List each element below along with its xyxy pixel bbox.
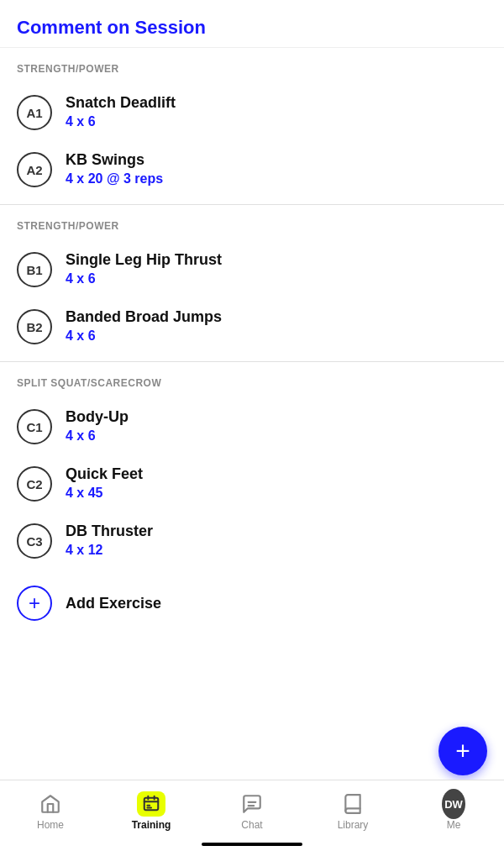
- content: STRENGTH/POWERA1Snatch Deadlift4 x 6A2KB…: [0, 48, 504, 722]
- exercise-item[interactable]: B2Banded Broad Jumps4 x 6: [17, 297, 487, 355]
- exercise-badge: B1: [17, 252, 52, 287]
- exercise-badge: A1: [17, 95, 52, 130]
- exercise-info: DB Thruster4 x 12: [66, 522, 153, 558]
- fab-add-button[interactable]: +: [438, 727, 487, 775]
- exercise-item[interactable]: C3DB Thruster4 x 12: [17, 512, 487, 569]
- section-label-section-a: STRENGTH/POWER: [17, 48, 487, 83]
- avatar-initials: DW: [444, 798, 463, 811]
- exercise-detail: 4 x 6: [66, 271, 222, 286]
- header: Comment on Session: [0, 0, 504, 48]
- me-avatar: DW: [442, 792, 465, 816]
- exercise-detail: 4 x 6: [66, 114, 176, 129]
- exercise-badge: A2: [17, 152, 52, 187]
- exercise-info: Banded Broad Jumps4 x 6: [66, 307, 222, 344]
- exercise-info: KB Swings4 x 20 @ 3 reps: [66, 150, 163, 186]
- exercise-name: KB Swings: [66, 150, 163, 170]
- training-label: Training: [132, 819, 171, 831]
- nav-item-library[interactable]: Library: [302, 785, 403, 838]
- exercise-info: Single Leg Hip Thrust4 x 6: [66, 250, 222, 286]
- home-icon: [39, 792, 62, 816]
- exercise-name: Banded Broad Jumps: [66, 307, 222, 327]
- exercise-detail: 4 x 6: [66, 328, 222, 344]
- page-title: Comment on Session: [17, 17, 206, 38]
- exercise-info: Snatch Deadlift4 x 6: [66, 93, 176, 129]
- exercise-badge: C2: [17, 466, 52, 502]
- nav-item-home[interactable]: Home: [0, 785, 101, 838]
- exercise-name: Single Leg Hip Thrust: [66, 250, 222, 270]
- exercise-item[interactable]: C2Quick Feet4 x 45: [17, 454, 487, 512]
- section-label-section-b: STRENGTH/POWER: [17, 205, 487, 240]
- chat-label: Chat: [241, 819, 262, 831]
- section-section-a: STRENGTH/POWERA1Snatch Deadlift4 x 6A2KB…: [0, 48, 504, 197]
- section-label-section-c: SPLIT SQUAT/SCARECROW: [17, 362, 487, 397]
- home-indicator: [202, 843, 302, 846]
- exercise-detail: 4 x 6: [66, 428, 129, 444]
- exercise-item[interactable]: A2KB Swings4 x 20 @ 3 reps: [17, 140, 487, 197]
- chat-icon: [240, 792, 264, 816]
- fab-plus-icon: +: [455, 737, 470, 765]
- home-label: Home: [37, 819, 64, 831]
- add-exercise-row[interactable]: +Add Exercise: [0, 569, 504, 638]
- exercise-info: Body-Up4 x 6: [66, 407, 129, 444]
- exercise-item[interactable]: A1Snatch Deadlift4 x 6: [17, 83, 487, 140]
- section-section-b: STRENGTH/POWERB1Single Leg Hip Thrust4 x…: [0, 205, 504, 355]
- exercise-name: DB Thruster: [66, 522, 153, 541]
- exercise-info: Quick Feet4 x 45: [66, 465, 143, 501]
- me-label: Me: [447, 819, 461, 831]
- nav-item-training[interactable]: Training: [101, 785, 202, 838]
- exercise-name: Quick Feet: [66, 465, 143, 484]
- exercise-detail: 4 x 20 @ 3 reps: [66, 171, 163, 186]
- exercise-item[interactable]: C1Body-Up4 x 6: [17, 397, 487, 454]
- exercise-badge: B2: [17, 309, 52, 344]
- add-exercise-label: Add Exercise: [66, 595, 161, 612]
- nav-item-me[interactable]: DW Me: [403, 785, 504, 838]
- exercise-detail: 4 x 12: [66, 543, 153, 558]
- training-icon: [139, 792, 163, 816]
- exercise-badge: C1: [17, 409, 52, 444]
- exercise-badge: C3: [17, 523, 52, 559]
- library-icon: [341, 792, 365, 816]
- nav-item-chat[interactable]: Chat: [202, 785, 302, 838]
- section-section-c: SPLIT SQUAT/SCARECROWC1Body-Up4 x 6C2Qui…: [0, 362, 504, 569]
- add-exercise-icon: +: [17, 586, 52, 621]
- bottom-navigation: Home Training Chat: [0, 780, 504, 851]
- library-label: Library: [338, 819, 369, 831]
- exercise-detail: 4 x 45: [66, 486, 143, 501]
- exercise-name: Body-Up: [66, 407, 129, 427]
- exercise-item[interactable]: B1Single Leg Hip Thrust4 x 6: [17, 240, 487, 297]
- exercise-name: Snatch Deadlift: [66, 93, 176, 113]
